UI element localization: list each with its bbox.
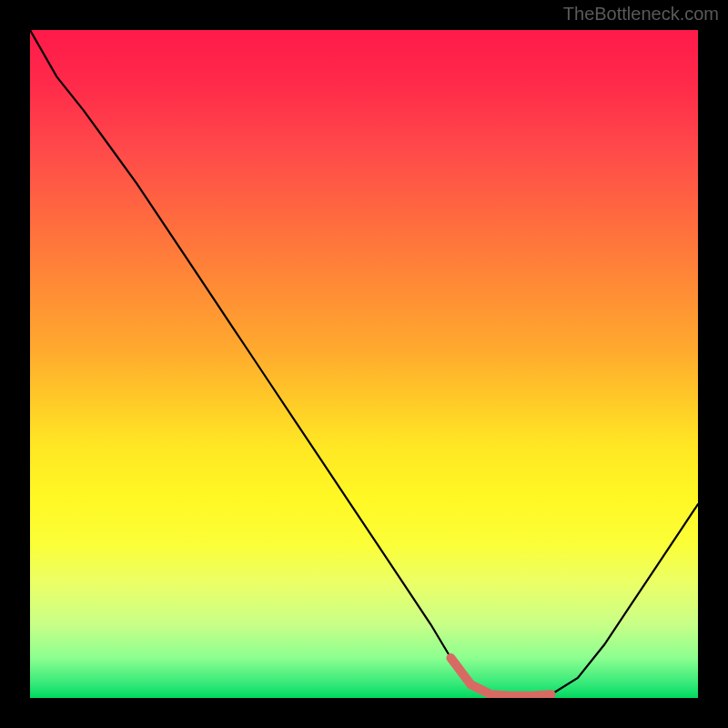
chart-plot-area	[30, 30, 698, 698]
bottleneck-curve-line	[30, 30, 698, 696]
watermark-text: TheBottleneck.com	[563, 4, 719, 25]
optimal-range-highlight	[450, 658, 551, 696]
chart-svg	[30, 30, 698, 698]
